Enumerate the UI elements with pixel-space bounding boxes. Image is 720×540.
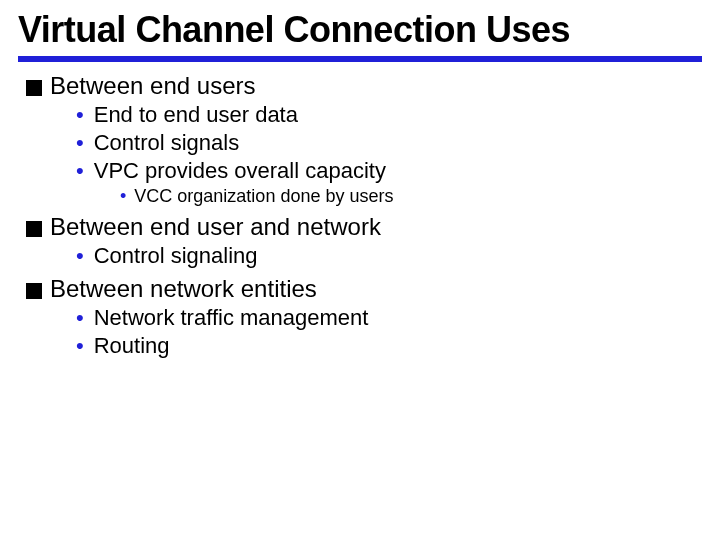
slide-title: Virtual Channel Connection Uses: [18, 10, 702, 50]
section-heading: Between network entities: [26, 275, 702, 303]
sub-list-item: • VCC organization done by users: [120, 186, 702, 207]
list-item: • Control signals: [76, 130, 702, 156]
dot-bullet-icon: •: [76, 245, 84, 267]
dot-bullet-icon: •: [120, 187, 126, 205]
list-item: • Control signaling: [76, 243, 702, 269]
square-bullet-icon: [26, 283, 42, 299]
list-item-text: Control signals: [94, 130, 240, 156]
section-heading-text: Between end user and network: [50, 213, 381, 241]
list-item: • Network traffic management: [76, 305, 702, 331]
title-underline: [18, 56, 702, 62]
square-bullet-icon: [26, 80, 42, 96]
dot-bullet-icon: •: [76, 335, 84, 357]
square-bullet-icon: [26, 221, 42, 237]
list-item-text: Routing: [94, 333, 170, 359]
dot-bullet-icon: •: [76, 132, 84, 154]
sub-list-item-text: VCC organization done by users: [134, 186, 393, 207]
dot-bullet-icon: •: [76, 160, 84, 182]
list-item: • VPC provides overall capacity: [76, 158, 702, 184]
dot-bullet-icon: •: [76, 307, 84, 329]
dot-bullet-icon: •: [76, 104, 84, 126]
list-item: • Routing: [76, 333, 702, 359]
list-item-text: VPC provides overall capacity: [94, 158, 386, 184]
section-heading-text: Between end users: [50, 72, 255, 100]
section-heading-text: Between network entities: [50, 275, 317, 303]
list-item: • End to end user data: [76, 102, 702, 128]
section-heading: Between end users: [26, 72, 702, 100]
list-item-text: End to end user data: [94, 102, 298, 128]
slide: Virtual Channel Connection Uses Between …: [0, 0, 720, 371]
list-item-text: Network traffic management: [94, 305, 369, 331]
list-item-text: Control signaling: [94, 243, 258, 269]
section-heading: Between end user and network: [26, 213, 702, 241]
